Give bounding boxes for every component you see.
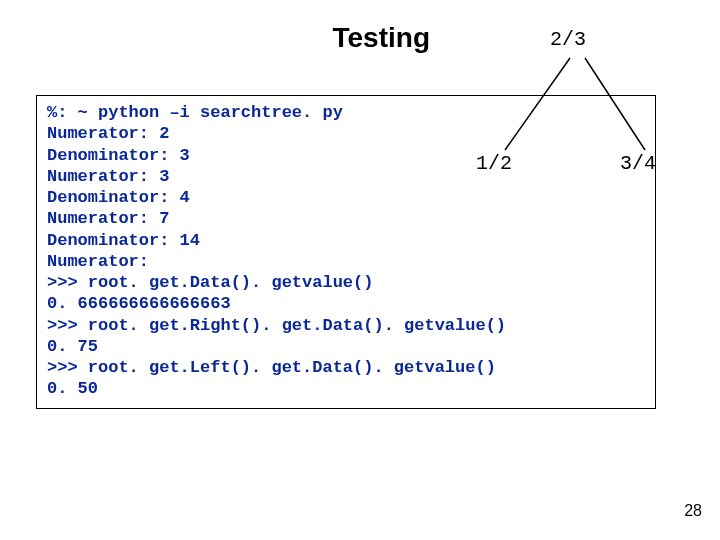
code-line: Denominator: 3 — [47, 145, 645, 166]
code-line: >>> root. get.Data(). getvalue() — [47, 272, 645, 293]
code-line: Denominator: 14 — [47, 230, 645, 251]
page-title: Testing — [0, 22, 430, 54]
code-line: Denominator: 4 — [47, 187, 645, 208]
page-number: 28 — [684, 502, 702, 520]
code-line: Numerator: 3 — [47, 166, 645, 187]
code-line: 0. 50 — [47, 378, 645, 399]
code-line: 0. 75 — [47, 336, 645, 357]
code-line: Numerator: 7 — [47, 208, 645, 229]
code-line: Numerator: 2 — [47, 123, 645, 144]
tree-node-root: 2/3 — [550, 28, 586, 51]
code-line: Numerator: — [47, 251, 645, 272]
code-line: %: ~ python –i searchtree. py — [47, 102, 645, 123]
code-line: >>> root. get.Right(). get.Data(). getva… — [47, 315, 645, 336]
code-line: >>> root. get.Left(). get.Data(). getval… — [47, 357, 645, 378]
code-line: 0. 666666666666663 — [47, 293, 645, 314]
code-box: %: ~ python –i searchtree. py Numerator:… — [36, 95, 656, 409]
